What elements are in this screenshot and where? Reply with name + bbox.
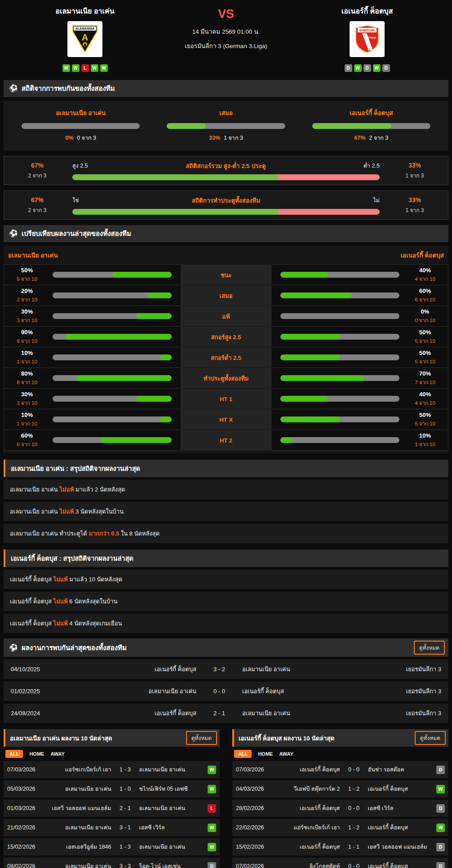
- home-form-badge: L: [81, 64, 89, 72]
- summary-pre: เอเนอร์กี้ ค็อตบุส: [10, 620, 53, 627]
- home-count: 9 จาก 10: [13, 337, 41, 345]
- comparison-row: 90% 9 จาก 10 สกอร์สูง 2.5 50% 5 จาก 10: [4, 326, 448, 347]
- match-home-team: อเลมานเนีย อาเค่น: [47, 862, 115, 868]
- h2h-count: 0 จาก 3: [77, 135, 96, 141]
- match-home-team: เอเนอร์กี้ ค็อตบุส: [275, 765, 344, 774]
- recent-match-row: 04/03/2026 วีเอฟบี สตุ๊ตการ์ต 2 1 - 2 เอ…: [232, 780, 448, 797]
- comparison-row: 30% 3 จาก 10 แพ้ 0% 0 จาก 10: [4, 306, 448, 327]
- recent-home-view-all-button[interactable]: ดูทั้งหมด: [186, 731, 217, 745]
- match-score: 0 - 0: [344, 805, 364, 811]
- away-pct: 10%: [411, 432, 439, 439]
- home-pct: 80%: [13, 370, 41, 377]
- match-home-team: อิงโกลสตัดท์: [275, 862, 344, 868]
- meeting-score: 3 - 2: [204, 666, 235, 673]
- split-left-count: 2 จาก 3: [10, 171, 64, 180]
- split-right-label: ต่ำ 2.5: [363, 161, 380, 170]
- recent-away-tabs: ALL HOME AWAY: [232, 747, 448, 761]
- meeting-home-team: เอเนอร์กี้ ค็อตบุส: [74, 709, 204, 718]
- meeting-date: 24/08/2024: [11, 710, 74, 717]
- away-bar: [280, 375, 399, 381]
- match-away-team: เอเนอร์กี้ ค็อตบุส: [364, 862, 433, 868]
- tab-home[interactable]: HOME: [29, 751, 44, 757]
- comparison-stat-label: แพ้: [181, 306, 271, 327]
- summary-row: อเลมานเนีย อาเค่น ไม่แพ้ 3 นัดหลังสุดในบ…: [4, 502, 448, 521]
- comparison-stat-label: HT 2: [181, 430, 271, 451]
- home-bar: [53, 292, 172, 298]
- soccer-ball-icon: ⚽: [9, 230, 18, 237]
- recent-home-tabs: ALL HOME AWAY: [4, 747, 220, 761]
- meeting-away-team: เอเนอร์กี้ ค็อตบุส: [235, 686, 365, 696]
- match-away-team: เอสซี เวิร์ล: [364, 804, 433, 813]
- summary-highlight: ไม่แพ้: [53, 598, 68, 605]
- match-result-badge: W: [208, 785, 216, 793]
- match-home-team: แอร์ซเกเบียร์เก้ เอา: [47, 765, 115, 774]
- comparison-row: 60% 6 จาก 10 HT 2 10% 1 จาก 10: [4, 430, 448, 451]
- match-preview-page: อเลมานเนีย อาเค่น ALEMANNIA A WWLWW VS 1…: [0, 0, 452, 868]
- h2h-split-stat-box: 67% 2 จาก 3 สูง 2.5 สถิติสกอร์รวม สูง-ต่…: [4, 156, 448, 185]
- match-home-team: เอสวี วอลฮอฟ แมนเฮล์ม: [47, 804, 115, 813]
- meeting-away-team: อเลมานเนีย อาเค่น: [235, 709, 365, 718]
- away-team-logo: ENERGIE COTTBUS: [350, 21, 385, 57]
- match-score: 0 - 0: [344, 863, 364, 868]
- meeting-away-team: อเลมานเนีย อาเค่น: [235, 664, 365, 674]
- summary-highlight: ไม่แพ้: [53, 576, 68, 583]
- h2h-bar: [167, 123, 285, 129]
- home-form-badge: W: [91, 64, 98, 72]
- away-bar: [280, 416, 399, 422]
- home-team-logo: ALEMANNIA A: [67, 21, 102, 57]
- match-league: เยอรมันลีกา 3 (German 3.Liga): [152, 41, 300, 51]
- home-pct: 10%: [13, 350, 41, 356]
- comparison-away-name: เอเนอร์กี้ ค็อตบุส: [400, 250, 444, 260]
- match-result-badge: W: [436, 785, 445, 793]
- recent-away-title: เอเนอร์กี้ ค็อตบุส ผลงาน 10 นัดล่าสุด: [239, 733, 334, 743]
- meeting-date: 01/02/2025: [11, 688, 74, 695]
- h2h-column-label: เสมอ: [167, 108, 285, 118]
- away-pct: 70%: [411, 370, 439, 377]
- home-count: 8 จาก 10: [13, 378, 41, 386]
- match-home-team: วีเอฟบี สตุ๊ตการ์ต 2: [275, 784, 344, 793]
- away-count: 0 จาก 10: [411, 316, 439, 324]
- recent-away-view-all-button[interactable]: ดูทั้งหมด: [415, 731, 446, 745]
- split-right-count: 1 จาก 3: [388, 171, 442, 180]
- tab-away[interactable]: AWAY: [50, 751, 64, 757]
- match-date: 08/02/2026: [7, 863, 47, 868]
- match-score: 3 - 1: [115, 824, 136, 831]
- home-pct: 20%: [13, 288, 41, 294]
- match-date: 15/02/2026: [236, 844, 275, 850]
- h2h-outcome-column: อเลมานเนีย อาเค่น 0%0 จาก 3: [22, 108, 140, 142]
- meeting-date: 04/10/2025: [11, 666, 74, 673]
- comparison-row: 10% 1 จาก 10 สกอร์ต่ำ 2.5 50% 5 จาก 10: [4, 347, 448, 368]
- split-left-label: ใช่: [72, 196, 79, 205]
- h2h-outcome-column: เสมอ 33%1 จาก 3: [167, 108, 285, 142]
- comparison-stat-label: สกอร์สูง 2.5: [181, 326, 271, 347]
- recent-away-column: เอเนอร์กี้ ค็อตบุส ผลงาน 10 นัดล่าสุด ดู…: [232, 729, 448, 868]
- tab-all[interactable]: ALL: [5, 750, 23, 758]
- match-date: 01/03/2026: [7, 805, 47, 811]
- summary-post: 4 นัดหลังสุดเกมเยือน: [68, 620, 122, 627]
- summary-post: มาแล้ว 10 นัดหลังสุด: [68, 576, 122, 583]
- split-title: สถิติสกอร์รวม สูง-ต่ำ 2.5 ประตู: [186, 161, 266, 171]
- away-form-badge: D: [345, 64, 352, 72]
- meeting-row: 24/08/2024 เอเนอร์กี้ ค็อตบุส 2 - 1 อเลม…: [4, 704, 448, 723]
- match-score: 1 - 2: [344, 786, 364, 792]
- summary-pre: อเลมานเนีย อาเค่น: [10, 508, 59, 515]
- match-score: 0 - 0: [344, 766, 364, 773]
- match-result-badge: W: [436, 824, 445, 832]
- tab-away[interactable]: AWAY: [279, 751, 293, 757]
- home-form-badge: W: [62, 64, 70, 72]
- split-right-label: ไม่: [373, 196, 380, 205]
- tab-home[interactable]: HOME: [258, 751, 273, 757]
- away-pct: 50%: [411, 412, 439, 418]
- split-left-pct: 67%: [10, 196, 64, 204]
- tab-all[interactable]: ALL: [234, 750, 252, 758]
- match-result-badge: L: [208, 804, 216, 813]
- home-form-badge: W: [100, 64, 108, 72]
- away-pct: 40%: [411, 391, 439, 398]
- match-score: 1 - 0: [115, 786, 136, 792]
- meetings-view-all-button[interactable]: ดูทั้งหมด: [414, 641, 445, 655]
- comparison-stat-label: สกอร์ต่ำ 2.5: [181, 347, 271, 368]
- meeting-home-team: เอเนอร์กี้ ค็อตบุส: [74, 664, 204, 674]
- home-pct: 90%: [13, 329, 41, 336]
- h2h-column-label: อเลมานเนีย อาเค่น: [22, 108, 140, 118]
- match-result-badge: W: [208, 843, 216, 851]
